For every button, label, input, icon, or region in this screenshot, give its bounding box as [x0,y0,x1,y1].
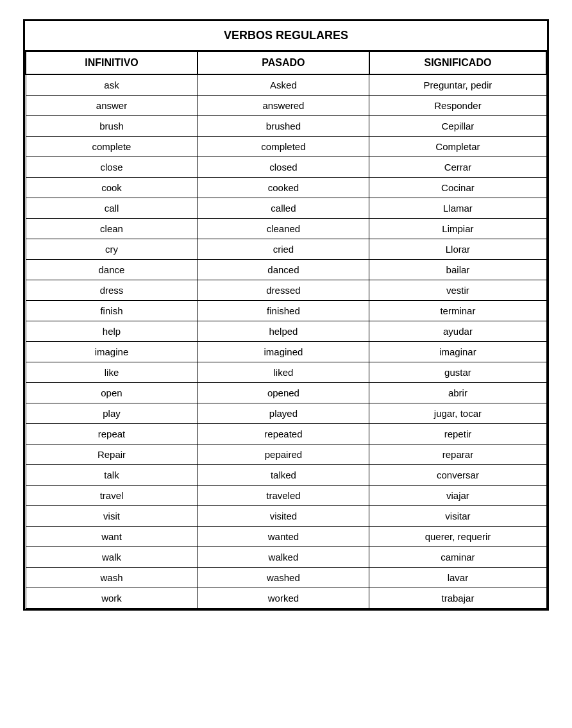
cell-significado: viajar [369,486,546,506]
cell-pasado: played [198,403,369,424]
cell-pasado: dressed [198,280,369,301]
cell-pasado: worked [198,588,369,609]
cell-pasado: cried [198,239,369,260]
table-row: washwashedlavar [26,568,546,588]
cell-pasado: called [198,198,369,219]
table-row: walkwalkedcaminar [26,547,546,568]
cell-significado: Responder [369,96,546,116]
cell-significado: conversar [369,465,546,486]
table-row: answeransweredResponder [26,96,546,116]
table-row: playplayedjugar, tocar [26,403,546,424]
cell-significado: vestir [369,280,546,301]
cell-pasado: liked [198,362,369,383]
cell-infinitivo: clean [26,219,198,239]
cell-significado: Cocinar [369,178,546,198]
cell-significado: jugar, tocar [369,403,546,424]
cell-pasado: danced [198,260,369,280]
verbos-table: INFINITIVO PASADO SIGNIFICADO askAskedPr… [25,52,547,609]
cell-significado: Cerrar [369,157,546,178]
cell-pasado: Asked [198,74,369,96]
cell-pasado: answered [198,96,369,116]
cell-significado: caminar [369,547,546,568]
cell-infinitivo: complete [26,137,198,157]
header-significado: SIGNIFICADO [369,52,546,74]
cell-significado: visitar [369,506,546,527]
table-body: askAskedPreguntar, pediransweransweredRe… [26,74,546,609]
cell-significado: lavar [369,568,546,588]
cell-pasado: pepaired [198,444,369,465]
verbos-table-container: VERBOS REGULARES INFINITIVO PASADO SIGNI… [23,19,549,611]
cell-infinitivo: close [26,157,198,178]
cell-significado: bailar [369,260,546,280]
table-row: traveltraveledviajar [26,486,546,506]
table-row: dressdressedvestir [26,280,546,301]
cell-pasado: visited [198,506,369,527]
cell-significado: Completar [369,137,546,157]
cell-significado: repetir [369,424,546,444]
cell-pasado: imagined [198,342,369,362]
cell-significado: trabajar [369,588,546,609]
table-row: brushbrushedCepillar [26,116,546,137]
cell-pasado: completed [198,137,369,157]
cell-pasado: cooked [198,178,369,198]
cell-significado: reparar [369,444,546,465]
cell-infinitivo: open [26,383,198,403]
cell-pasado: cleaned [198,219,369,239]
cell-infinitivo: work [26,588,198,609]
table-row: dancedancedbailar [26,260,546,280]
table-row: crycriedLlorar [26,239,546,260]
table-row: cleancleanedLimpiar [26,219,546,239]
header-pasado: PASADO [198,52,369,74]
cell-pasado: helped [198,321,369,342]
cell-pasado: walked [198,547,369,568]
table-row: completecompletedCompletar [26,137,546,157]
cell-significado: Preguntar, pedir [369,74,546,96]
cell-infinitivo: finish [26,301,198,321]
cell-pasado: traveled [198,486,369,506]
cell-pasado: finished [198,301,369,321]
table-row: imagineimaginedimaginar [26,342,546,362]
cell-infinitivo: answer [26,96,198,116]
cell-infinitivo: brush [26,116,198,137]
table-row: repeatrepeatedrepetir [26,424,546,444]
table-row: openopenedabrir [26,383,546,403]
table-title: VERBOS REGULARES [25,21,547,52]
cell-infinitivo: cry [26,239,198,260]
table-row: workworkedtrabajar [26,588,546,609]
cell-infinitivo: like [26,362,198,383]
cell-infinitivo: help [26,321,198,342]
cell-significado: imaginar [369,342,546,362]
cell-infinitivo: want [26,527,198,547]
cell-significado: abrir [369,383,546,403]
cell-pasado: wanted [198,527,369,547]
cell-infinitivo: wash [26,568,198,588]
table-row: askAskedPreguntar, pedir [26,74,546,96]
header-infinitivo: INFINITIVO [26,52,198,74]
table-row: cookcookedCocinar [26,178,546,198]
cell-significado: querer, requerir [369,527,546,547]
cell-infinitivo: play [26,403,198,424]
cell-significado: Limpiar [369,219,546,239]
cell-pasado: closed [198,157,369,178]
cell-significado: terminar [369,301,546,321]
cell-infinitivo: visit [26,506,198,527]
cell-significado: Cepillar [369,116,546,137]
cell-pasado: brushed [198,116,369,137]
cell-infinitivo: walk [26,547,198,568]
cell-pasado: washed [198,568,369,588]
table-row: talktalkedconversar [26,465,546,486]
table-row: wantwantedquerer, requerir [26,527,546,547]
table-row: Repairpepairedreparar [26,444,546,465]
cell-infinitivo: ask [26,74,198,96]
cell-infinitivo: talk [26,465,198,486]
table-row: callcalledLlamar [26,198,546,219]
table-row: closeclosedCerrar [26,157,546,178]
cell-infinitivo: Repair [26,444,198,465]
table-row: likelikedgustar [26,362,546,383]
cell-infinitivo: dress [26,280,198,301]
table-row: finishfinishedterminar [26,301,546,321]
cell-significado: Llamar [369,198,546,219]
cell-pasado: talked [198,465,369,486]
table-row: helphelpedayudar [26,321,546,342]
cell-significado: gustar [369,362,546,383]
